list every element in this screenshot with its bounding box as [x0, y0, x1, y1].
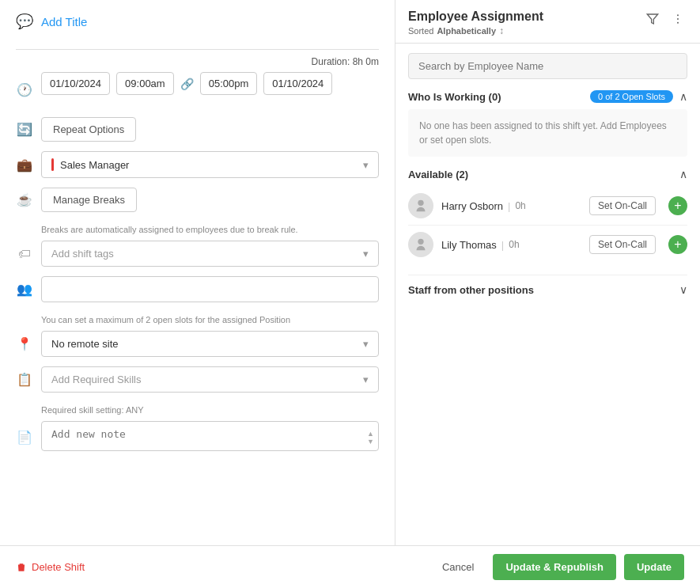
staff-other-positions-section[interactable]: Staff from other positions ∨	[408, 275, 687, 304]
footer-actions: Cancel Update & Republish Update	[431, 554, 684, 580]
required-skills-select[interactable]: Add Required Skills ▾	[41, 366, 379, 393]
right-panel-body: Who Is Working (0) 0 of 2 Open Slots ∧ N…	[395, 44, 700, 545]
clock-icon: 🕐	[16, 82, 33, 97]
skills-icon: 📋	[16, 372, 33, 387]
sorted-by: Alphabetically	[437, 26, 496, 36]
employee-name: Harry Osborn	[441, 200, 503, 212]
repeat-options-button[interactable]: Repeat Options	[41, 117, 136, 142]
employee-hours: 0h	[509, 239, 519, 250]
right-panel-header: Employee Assignment Sorted Alphabeticall…	[395, 0, 700, 44]
who-is-working-empty: No one has been assigned to this shift y…	[408, 109, 687, 157]
shift-tags-placeholder: Add shift tags	[51, 248, 114, 260]
link-icon: 🔗	[180, 78, 194, 90]
coffee-icon: ☕	[16, 192, 33, 207]
svg-point-2	[677, 18, 679, 20]
who-is-working-toggle[interactable]: ∧	[679, 90, 687, 103]
list-item: Harry Osborn | 0h Set On-Call +	[408, 187, 687, 226]
svg-marker-0	[647, 14, 657, 24]
briefcase-icon: 💼	[16, 157, 33, 173]
tag-icon: 🏷	[16, 247, 33, 261]
add-employee-button[interactable]: +	[668, 235, 687, 254]
avatar	[408, 232, 433, 257]
chevron-down-icon: ▾	[363, 248, 369, 260]
delete-shift-button[interactable]: Delete Shift	[16, 561, 85, 573]
sorted-label: Sorted	[408, 26, 433, 36]
chat-icon: 💬	[16, 13, 33, 30]
start-time-field[interactable]: 09:00am	[116, 72, 174, 95]
who-is-working-title: Who Is Working (0)	[408, 91, 501, 103]
position-indicator	[51, 158, 54, 171]
arrow-up-icon: ▲	[367, 430, 374, 437]
repeat-icon: 🔄	[16, 122, 33, 137]
employee-list: Harry Osborn | 0h Set On-Call +	[408, 187, 687, 264]
manage-breaks-button[interactable]: Manage Breaks	[41, 188, 137, 212]
note-textarea[interactable]	[41, 421, 379, 451]
svg-point-4	[418, 200, 423, 206]
start-date-field[interactable]: 01/10/2024	[41, 72, 110, 95]
end-time-field[interactable]: 05:00pm	[200, 72, 258, 95]
footer: Delete Shift Cancel Update & Republish U…	[0, 545, 700, 588]
filter-button[interactable]	[643, 9, 662, 32]
note-icon: 📄	[16, 430, 33, 445]
sort-icon: ↕	[499, 25, 504, 36]
employee-info: Lily Thomas | 0h	[441, 239, 581, 251]
emp-assignment-subtitle: Sorted Alphabetically ↕	[408, 25, 543, 36]
required-skills-placeholder: Add Required Skills	[51, 374, 141, 385]
available-section-header: Available (2) ∧	[408, 168, 687, 180]
duration-text: Duration: 8h 0m	[16, 56, 379, 67]
position-value: Sales Manager	[60, 159, 129, 171]
employee-name: Lily Thomas	[441, 239, 497, 251]
more-options-button[interactable]	[668, 9, 687, 32]
list-item: Lily Thomas | 0h Set On-Call +	[408, 226, 687, 264]
header-actions	[643, 9, 687, 32]
staff-other-positions-title: Staff from other positions	[408, 284, 534, 296]
add-employee-button[interactable]: +	[668, 196, 687, 215]
set-oncall-button[interactable]: Set On-Call	[589, 235, 656, 254]
update-button[interactable]: Update	[624, 554, 684, 580]
avatar	[408, 193, 433, 218]
available-toggle[interactable]: ∧	[679, 168, 687, 180]
delete-shift-label: Delete Shift	[32, 561, 85, 573]
location-icon: 📍	[16, 336, 33, 351]
set-oncall-button[interactable]: Set On-Call	[589, 196, 656, 215]
search-input[interactable]	[408, 53, 687, 79]
shift-tags-select[interactable]: Add shift tags ▾	[41, 241, 379, 267]
emp-assignment-title: Employee Assignment	[408, 9, 543, 24]
update-republish-button[interactable]: Update & Republish	[493, 554, 616, 580]
svg-point-1	[677, 14, 679, 16]
who-is-working-section-header: Who Is Working (0) 0 of 2 Open Slots ∧	[408, 90, 687, 103]
divider	[16, 49, 379, 50]
note-field-wrapper: ▲ ▼	[41, 421, 379, 453]
available-title: Available (2)	[408, 169, 468, 180]
break-note: Breaks are automatically assigned to emp…	[16, 225, 379, 234]
remote-site-select[interactable]: No remote site ▾	[41, 331, 379, 357]
employee-info: Harry Osborn | 0h	[441, 200, 581, 212]
open-slots-badge: 0 of 2 Open Slots	[590, 90, 673, 103]
cancel-button[interactable]: Cancel	[431, 555, 485, 579]
people-icon: 👥	[16, 282, 33, 297]
position-select[interactable]: Sales Manager ▾	[41, 151, 379, 178]
svg-point-3	[677, 22, 679, 24]
note-arrows: ▲ ▼	[367, 430, 374, 445]
staff-other-positions-toggle[interactable]: ∨	[679, 283, 687, 296]
chevron-down-icon: ▾	[363, 159, 369, 171]
required-skill-note: Required skill setting: ANY	[16, 405, 379, 415]
remote-site-value: No remote site	[51, 338, 119, 350]
end-date-field[interactable]: 01/10/2024	[263, 72, 332, 95]
open-slots-input[interactable]: 2	[41, 276, 379, 302]
open-slots-note: You can set a maximum of 2 open slots fo…	[16, 315, 379, 324]
chevron-down-icon: ▾	[363, 338, 369, 350]
add-title-link[interactable]: Add Title	[41, 15, 87, 28]
employee-hours: 0h	[515, 200, 525, 211]
svg-point-5	[418, 239, 423, 245]
chevron-down-icon: ▾	[363, 374, 369, 385]
arrow-down-icon: ▼	[367, 438, 374, 445]
